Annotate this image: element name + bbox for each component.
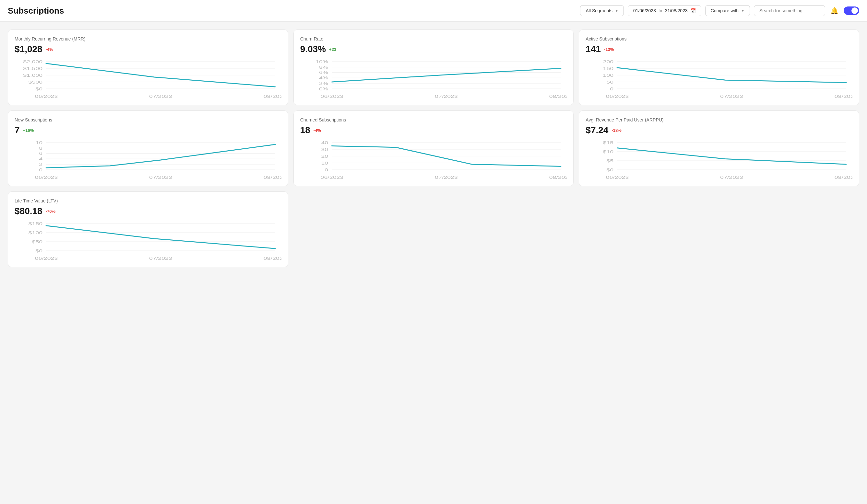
- chart-ltv: $150$100$50$0 06/202307/202308/2023: [14, 221, 281, 260]
- svg-text:07/2023: 07/2023: [435, 94, 458, 98]
- toggle-wrap: [844, 7, 859, 15]
- theme-toggle[interactable]: [844, 7, 859, 15]
- card-badge-churn: +23: [329, 47, 336, 52]
- svg-text:$100: $100: [29, 231, 43, 235]
- svg-text:08/2023: 08/2023: [835, 175, 853, 179]
- svg-text:$10: $10: [603, 150, 614, 154]
- svg-text:10: 10: [35, 141, 42, 145]
- svg-text:0: 0: [610, 87, 614, 91]
- card-value-row-new_subs: 7 +16%: [14, 125, 281, 135]
- date-to: 31/08/2023: [665, 8, 688, 13]
- card-badge-churned_subs: -4%: [313, 128, 321, 133]
- card-badge-new_subs: +16%: [23, 128, 34, 133]
- svg-text:06/2023: 06/2023: [606, 94, 629, 98]
- card-value-row-churn: 9.03% +23: [300, 44, 567, 54]
- card-badge-active_subs: -13%: [604, 47, 614, 52]
- header: Subscriptions All Segments ▼ 01/06/2023 …: [0, 0, 867, 22]
- svg-text:10%: 10%: [315, 59, 328, 64]
- svg-text:30: 30: [321, 147, 328, 152]
- svg-text:08/2023: 08/2023: [264, 94, 281, 98]
- svg-text:$0: $0: [607, 168, 614, 172]
- svg-text:8%: 8%: [319, 65, 328, 69]
- date-separator: to: [659, 8, 662, 13]
- svg-text:$1,000: $1,000: [23, 73, 42, 77]
- chart-churned_subs: 403020100 06/202307/202308/2023: [300, 141, 567, 179]
- chevron-down-icon: ▼: [615, 9, 618, 13]
- svg-text:06/2023: 06/2023: [320, 94, 343, 98]
- card-title-ltv: Life Time Value (LTV): [14, 198, 281, 204]
- header-controls: All Segments ▼ 01/06/2023 to 31/08/2023 …: [580, 5, 859, 16]
- card-value-mrr: $1,028: [14, 44, 42, 54]
- svg-text:50: 50: [607, 80, 614, 84]
- svg-text:8: 8: [39, 146, 42, 150]
- search-input[interactable]: [754, 5, 825, 16]
- card-value-row-mrr: $1,028 -4%: [14, 44, 281, 54]
- date-from: 01/06/2023: [633, 8, 656, 13]
- svg-text:6%: 6%: [319, 70, 328, 75]
- card-churn: Churn Rate 9.03% +23 10%8%6%4%2%0% 06/20…: [293, 30, 574, 105]
- svg-text:100: 100: [603, 73, 614, 77]
- card-value-row-active_subs: 141 -13%: [586, 44, 853, 54]
- svg-text:08/2023: 08/2023: [264, 175, 281, 179]
- svg-text:$0: $0: [35, 87, 42, 91]
- card-title-churn: Churn Rate: [300, 36, 567, 42]
- svg-text:07/2023: 07/2023: [149, 175, 172, 179]
- svg-text:0: 0: [324, 168, 328, 172]
- chart-churn: 10%8%6%4%2%0% 06/202307/202308/2023: [300, 59, 567, 98]
- svg-text:2: 2: [39, 162, 42, 166]
- card-value-row-churned_subs: 18 -4%: [300, 125, 567, 135]
- card-value-row-arppu: $7.24 -18%: [586, 125, 853, 135]
- search-wrap: [754, 5, 825, 16]
- card-badge-arppu: -18%: [611, 128, 621, 133]
- chart-mrr: $2,000$1,500$1,000$500$0 06/202307/20230…: [14, 59, 281, 98]
- svg-text:07/2023: 07/2023: [720, 175, 743, 179]
- svg-text:0%: 0%: [319, 87, 328, 91]
- compare-dropdown[interactable]: Compare with ▼: [705, 5, 750, 16]
- svg-text:150: 150: [603, 66, 614, 70]
- card-churned_subs: Churned Subscriptions 18 -4% 403020100 0…: [293, 110, 574, 186]
- card-new_subs: New Subscriptions 7 +16% 1086420 06/2023…: [8, 110, 288, 186]
- svg-text:40: 40: [321, 141, 328, 145]
- svg-text:07/2023: 07/2023: [149, 94, 172, 98]
- chart-arppu: $15$10$5$0 06/202307/202308/2023: [586, 141, 853, 179]
- svg-text:2%: 2%: [319, 81, 328, 86]
- card-mrr: Monthly Recurring Revenue (MRR) $1,028 -…: [8, 30, 288, 105]
- svg-text:10: 10: [321, 161, 328, 165]
- svg-text:0: 0: [39, 168, 42, 172]
- svg-text:$15: $15: [603, 141, 614, 145]
- compare-label: Compare with: [711, 8, 739, 13]
- svg-text:06/2023: 06/2023: [35, 94, 58, 98]
- segment-label: All Segments: [586, 8, 612, 13]
- card-title-new_subs: New Subscriptions: [14, 117, 281, 122]
- svg-text:06/2023: 06/2023: [606, 175, 629, 179]
- svg-text:20: 20: [321, 154, 328, 158]
- chart-active_subs: 200150100500 06/202307/202308/2023: [586, 59, 853, 98]
- svg-text:$5: $5: [607, 159, 614, 163]
- card-value-arppu: $7.24: [586, 125, 608, 135]
- card-badge-ltv: -70%: [46, 209, 55, 214]
- svg-text:$150: $150: [29, 221, 43, 226]
- card-value-ltv: $80.18: [14, 206, 42, 216]
- segment-dropdown[interactable]: All Segments ▼: [580, 5, 623, 16]
- page-title: Subscriptions: [8, 6, 64, 16]
- card-active_subs: Active Subscriptions 141 -13% 2001501005…: [579, 30, 859, 105]
- card-title-active_subs: Active Subscriptions: [586, 36, 853, 42]
- card-title-mrr: Monthly Recurring Revenue (MRR): [14, 36, 281, 42]
- card-ltv: Life Time Value (LTV) $80.18 -70% $150$1…: [8, 191, 288, 267]
- svg-text:06/2023: 06/2023: [35, 256, 58, 260]
- svg-text:6: 6: [39, 151, 42, 155]
- svg-text:08/2023: 08/2023: [264, 256, 281, 260]
- svg-text:06/2023: 06/2023: [320, 175, 343, 179]
- svg-text:07/2023: 07/2023: [720, 94, 743, 98]
- svg-text:07/2023: 07/2023: [149, 256, 172, 260]
- cards-grid: Monthly Recurring Revenue (MRR) $1,028 -…: [8, 30, 859, 267]
- svg-text:07/2023: 07/2023: [435, 175, 458, 179]
- svg-text:08/2023: 08/2023: [835, 94, 853, 98]
- main-content: Monthly Recurring Revenue (MRR) $1,028 -…: [0, 22, 867, 275]
- card-value-new_subs: 7: [14, 125, 20, 135]
- svg-text:$50: $50: [32, 240, 43, 244]
- card-arppu: Avg. Revenue Per Paid User (ARPPU) $7.24…: [579, 110, 859, 186]
- date-range-picker[interactable]: 01/06/2023 to 31/08/2023 📅: [628, 5, 701, 16]
- notification-bell-icon[interactable]: 🔔: [829, 6, 840, 16]
- chevron-down-icon-2: ▼: [741, 9, 745, 13]
